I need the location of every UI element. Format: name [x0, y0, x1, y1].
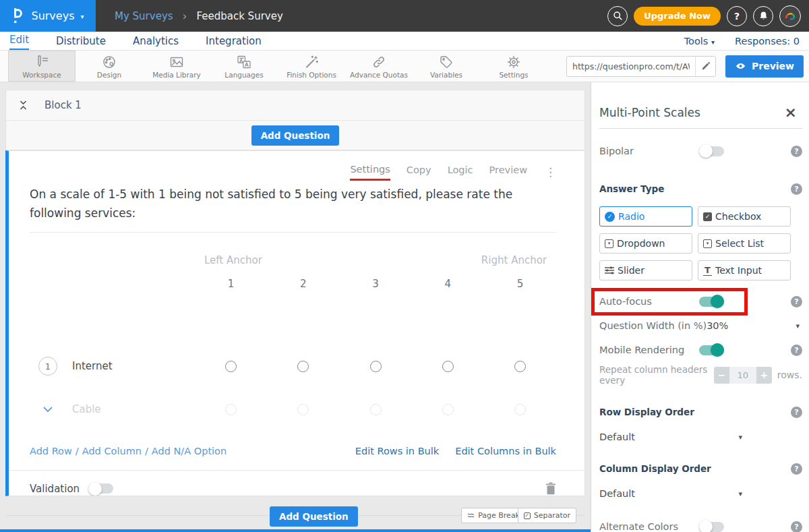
help-icon[interactable]: ?: [791, 463, 802, 475]
question-tab-logic[interactable]: Logic: [448, 165, 473, 179]
row-display-header: Row Display Order ?: [599, 403, 802, 421]
mobile-rendering-toggle[interactable]: [699, 345, 724, 355]
answer-type-select-list[interactable]: ▾ Select List: [698, 233, 791, 254]
notifications-button[interactable]: [753, 6, 773, 26]
radio-option[interactable]: [514, 361, 526, 372]
radio-selected-icon: ✓: [605, 212, 615, 222]
chevron-down-icon: ▾: [80, 13, 84, 20]
bipolar-toggle[interactable]: [699, 146, 724, 156]
plus-button[interactable]: +: [756, 367, 772, 384]
question-tab-settings[interactable]: Settings: [350, 164, 390, 181]
radio-option[interactable]: [297, 361, 309, 372]
add-question-button-top[interactable]: Add Question: [251, 125, 340, 146]
brand-surveys-menu[interactable]: Surveys ▾: [0, 0, 96, 32]
toolbar-item-settings[interactable]: Settings: [480, 51, 547, 82]
help-icon[interactable]: ?: [791, 296, 802, 307]
help-button[interactable]: ?: [727, 6, 747, 26]
validation-toggle[interactable]: [88, 483, 113, 494]
column-header[interactable]: 2: [267, 278, 339, 290]
minus-button[interactable]: −: [714, 367, 729, 384]
column-header[interactable]: 1: [195, 278, 267, 290]
alternate-colors-toggle[interactable]: [699, 522, 724, 532]
answer-type-radio[interactable]: ✓ Radio: [599, 206, 692, 227]
bipolar-row: Bipolar ?: [599, 142, 802, 160]
mobile-rendering-label: Mobile Rendering: [599, 345, 699, 355]
repeat-headers-label: Repeat column headers every: [599, 364, 709, 386]
tools-menu[interactable]: Tools ▾: [684, 36, 715, 47]
close-panel-icon[interactable]: ×: [785, 105, 797, 120]
toolbar-item-advance-quotas[interactable]: Advance Quotas: [345, 51, 413, 82]
toolbar-item-workspace[interactable]: Workspace: [8, 51, 76, 82]
radio-option[interactable]: [225, 404, 237, 415]
upgrade-now-button[interactable]: Upgrade Now: [634, 7, 721, 26]
answer-type-text-input[interactable]: T Text Input: [698, 260, 791, 280]
toolbar-item-design[interactable]: Design: [76, 51, 143, 82]
block-title[interactable]: Block 1: [44, 99, 82, 111]
column-header[interactable]: 3: [339, 278, 411, 290]
toolbar-item-variables[interactable]: Variables: [413, 51, 480, 82]
column-header[interactable]: 4: [412, 278, 484, 290]
page-break-button[interactable]: Page Break: [461, 508, 526, 523]
add-question-button-bottom[interactable]: Add Question: [270, 506, 358, 527]
toolbar-item-finish-options[interactable]: Finish Options: [278, 51, 345, 82]
add-column-link[interactable]: Add Column: [82, 446, 142, 456]
column-header[interactable]: 5: [484, 278, 556, 290]
answer-type-slider[interactable]: Slider: [599, 260, 692, 280]
main-nav: Edit Distribute Analytics Integration To…: [0, 32, 809, 51]
chevron-down-icon[interactable]: ▾: [796, 322, 800, 330]
column-display-select[interactable]: Default ▾: [599, 488, 742, 499]
row-display-select[interactable]: Default ▾: [599, 432, 742, 442]
auto-focus-toggle[interactable]: [699, 297, 724, 307]
tab-edit[interactable]: Edit: [9, 34, 29, 50]
toolbar-right: Preview: [566, 51, 809, 82]
question-text[interactable]: On a scale of 1-5 with 1 being not satis…: [30, 185, 556, 223]
block-header: Block 1: [6, 90, 585, 120]
help-icon[interactable]: ?: [791, 407, 802, 418]
help-icon[interactable]: ?: [791, 183, 802, 195]
next-block-edge: [0, 529, 591, 532]
breadcrumb-separator-icon: ›: [183, 9, 187, 23]
search-button[interactable]: [607, 6, 628, 26]
radio-option[interactable]: [297, 404, 309, 415]
radio-option[interactable]: [442, 361, 454, 372]
edit-url-button[interactable]: [695, 57, 715, 76]
row-label[interactable]: Internet: [72, 360, 113, 372]
repeat-headers-value[interactable]: 10: [729, 367, 756, 384]
radio-option[interactable]: [225, 361, 237, 372]
tab-integration[interactable]: Integration: [206, 35, 262, 50]
question-width-value[interactable]: 30%: [707, 320, 728, 331]
question-tab-preview[interactable]: Preview: [489, 165, 527, 179]
row-label[interactable]: Cable: [72, 403, 101, 415]
radio-option[interactable]: [442, 404, 454, 415]
toolbar-item-languages[interactable]: Languages: [210, 51, 278, 82]
tag-icon: [438, 54, 455, 70]
collapse-block-icon[interactable]: [20, 100, 27, 110]
tab-analytics[interactable]: Analytics: [133, 35, 179, 50]
help-icon[interactable]: ?: [791, 521, 802, 532]
add-row-link[interactable]: Add Row: [30, 446, 72, 456]
question-tab-copy[interactable]: Copy: [407, 165, 431, 179]
answer-type-dropdown[interactable]: ▾ Dropdown: [599, 233, 692, 254]
more-options-icon[interactable]: ⋮: [545, 165, 556, 179]
questionpro-logo-icon: [11, 7, 25, 26]
radio-option[interactable]: [370, 361, 382, 372]
radio-option[interactable]: [514, 404, 526, 415]
share-url-input[interactable]: [567, 61, 695, 71]
add-na-option-link[interactable]: Add N/A Option: [152, 446, 227, 456]
row-number-badge[interactable]: 1: [38, 357, 57, 376]
delete-question-button[interactable]: [545, 482, 556, 495]
separator-button[interactable]: ✓ Separator: [518, 508, 576, 523]
preview-button[interactable]: Preview: [725, 55, 804, 78]
toolbar-item-media-library[interactable]: Media Library: [143, 51, 210, 82]
help-icon[interactable]: ?: [791, 146, 802, 157]
breadcrumb-my-surveys[interactable]: My Surveys: [115, 10, 173, 22]
edit-columns-in-bulk-link[interactable]: Edit Columns in Bulk: [455, 446, 556, 456]
answer-type-checkbox[interactable]: ✓ Checkbox: [698, 206, 791, 227]
edit-rows-in-bulk-link[interactable]: Edit Rows in Bulk: [355, 446, 439, 456]
tab-distribute[interactable]: Distribute: [56, 35, 106, 50]
question-tabs: Settings Copy Logic Preview ⋮: [30, 162, 556, 182]
help-icon[interactable]: ?: [791, 345, 802, 356]
avatar[interactable]: [779, 5, 801, 27]
radio-option[interactable]: [370, 404, 382, 415]
row-chevron-down-icon[interactable]: [38, 407, 57, 412]
